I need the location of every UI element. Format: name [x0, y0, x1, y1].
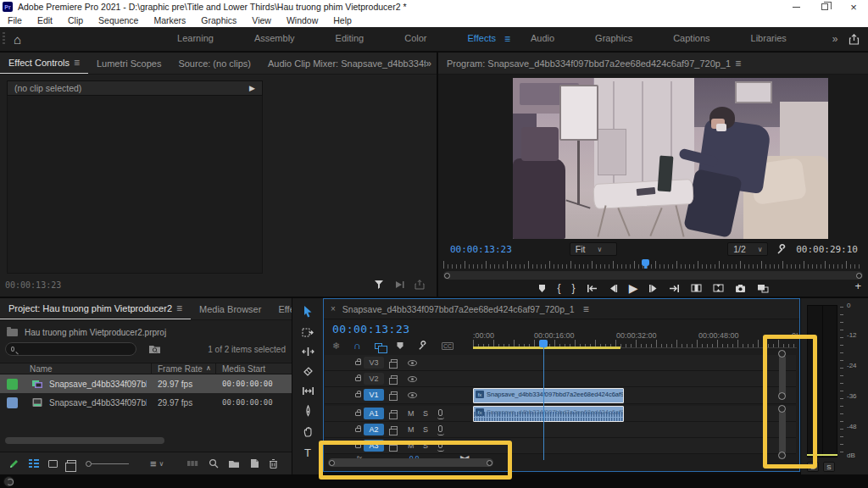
- nested-sequence-icon[interactable]: ❄: [332, 341, 340, 352]
- mute-button[interactable]: M: [408, 409, 415, 418]
- solo-button[interactable]: S: [423, 425, 428, 434]
- sync-lock-icon[interactable]: [391, 410, 398, 416]
- list-view-icon[interactable]: [29, 459, 39, 468]
- effect-controls-timecode[interactable]: 00:00:13:23: [5, 280, 61, 290]
- workspace-tab-graphics[interactable]: Graphics: [575, 33, 653, 45]
- program-time-ruler[interactable]: [443, 259, 863, 269]
- tab-source-monitor[interactable]: Source: (no clips): [170, 53, 259, 75]
- track-target-v3[interactable]: V3: [364, 357, 384, 369]
- menu-markers[interactable]: Markers: [146, 15, 193, 25]
- export-frame-icon[interactable]: [735, 284, 746, 293]
- panel-overflow-icon[interactable]: »: [426, 58, 437, 69]
- scrollbar-handle[interactable]: [778, 392, 786, 400]
- add-marker-icon[interactable]: [537, 284, 547, 293]
- writable-pencil-icon[interactable]: [8, 458, 19, 469]
- workspace-tab-color[interactable]: Color: [384, 33, 447, 45]
- workspace-tab-learning[interactable]: Learning: [157, 33, 234, 45]
- workspace-tab-editing[interactable]: Editing: [315, 33, 385, 45]
- sync-lock-icon[interactable]: [391, 391, 398, 397]
- column-divider[interactable]: [215, 363, 216, 375]
- button-editor-plus-icon[interactable]: +: [854, 280, 861, 292]
- scrollbar-handle-right[interactable]: [856, 273, 862, 279]
- scrollbar-handle-left[interactable]: [329, 460, 335, 466]
- tab-audio-clip-mixer[interactable]: Audio Clip Mixer: Snapsave_d4bb334f097bb…: [259, 53, 426, 75]
- toggle-track-output-eye-icon[interactable]: [408, 392, 417, 398]
- project-breadcrumb[interactable]: Hau truong phim Vietproducer2.prproj: [0, 325, 292, 339]
- track-target-v1[interactable]: V1: [364, 389, 384, 401]
- track-target-a3[interactable]: A3: [364, 440, 384, 452]
- close-button[interactable]: ×: [839, 0, 868, 14]
- track-select-forward-tool[interactable]: [302, 328, 314, 337]
- lift-icon[interactable]: [691, 283, 702, 293]
- sort-icon[interactable]: ≡∨: [150, 458, 164, 470]
- scrollbar-handle[interactable]: [778, 405, 786, 413]
- timeline-horizontal-scrollbar[interactable]: [328, 458, 493, 467]
- video-clip-v1[interactable]: fx Snapsave_d4bb334f097bbd7a2ee68ed424c6…: [473, 388, 624, 403]
- menu-clip[interactable]: Clip: [60, 15, 91, 25]
- workspace-tab-audio[interactable]: Audio: [510, 33, 575, 45]
- audio-clip-a1[interactable]: fx Snapsave_d4bb334f097bbd7a2ee68ed424c6…: [473, 406, 624, 422]
- menu-sequence[interactable]: Sequence: [91, 15, 146, 25]
- sync-lock-icon[interactable]: [391, 359, 398, 365]
- toggle-track-output-eye-icon[interactable]: [408, 376, 417, 382]
- label-color-chip[interactable]: [7, 397, 18, 408]
- extract-icon[interactable]: [713, 283, 724, 293]
- tab-program-monitor[interactable]: Program: Snapsave_d4bb334f097bbd7a2ee68e…: [438, 53, 749, 75]
- program-playhead[interactable]: [642, 259, 649, 266]
- sync-lock-icon[interactable]: [391, 442, 398, 448]
- mute-button[interactable]: M: [408, 441, 415, 450]
- mute-button[interactable]: M: [408, 425, 415, 434]
- search-bin-icon[interactable]: [148, 344, 161, 354]
- column-name[interactable]: Name: [30, 364, 53, 374]
- go-to-in-icon[interactable]: [587, 284, 598, 293]
- tab-media-browser[interactable]: Media Browser: [191, 298, 270, 320]
- lock-icon[interactable]: [355, 428, 361, 432]
- column-media-start[interactable]: Media Start: [222, 364, 265, 374]
- solo-button[interactable]: S: [423, 441, 428, 450]
- workspace-tab-captions[interactable]: Captions: [653, 33, 730, 45]
- sync-lock-icon[interactable]: [391, 426, 398, 432]
- work-area-bar[interactable]: [473, 347, 620, 349]
- scrollbar-handle-left[interactable]: [444, 273, 450, 279]
- track-target-a1[interactable]: A1: [364, 408, 384, 419]
- tab-effect-controls[interactable]: Effect Controls ≡: [0, 53, 88, 75]
- solo-right-button[interactable]: S: [823, 462, 835, 472]
- zoom-level-dropdown[interactable]: Fit ∨: [570, 242, 617, 256]
- razor-tool[interactable]: [303, 366, 314, 377]
- program-panel-menu-icon[interactable]: ≡: [735, 58, 741, 69]
- menu-window[interactable]: Window: [279, 15, 326, 25]
- close-sequence-icon[interactable]: ×: [331, 304, 336, 313]
- panel-menu-icon[interactable]: ≡: [74, 57, 80, 69]
- label-color-chip[interactable]: [7, 379, 18, 390]
- solo-button[interactable]: S: [423, 409, 428, 418]
- video-tracks-scrollbar[interactable]: [779, 355, 786, 397]
- minimize-button[interactable]: [782, 0, 810, 14]
- delete-trash-icon[interactable]: [269, 458, 278, 469]
- ripple-edit-tool[interactable]: [302, 347, 314, 357]
- scrollbar-handle[interactable]: [778, 350, 786, 358]
- timeline-panel-menu-icon[interactable]: ≡: [583, 303, 589, 315]
- go-to-out-icon[interactable]: [669, 284, 680, 293]
- snap-magnet-icon[interactable]: ∩: [353, 340, 361, 352]
- share-icon[interactable]: [849, 34, 860, 45]
- step-back-icon[interactable]: [609, 284, 618, 293]
- pen-tool[interactable]: [303, 405, 313, 417]
- lock-icon[interactable]: [355, 393, 361, 397]
- restore-button[interactable]: [810, 0, 839, 14]
- tab-effects-browser[interactable]: Effects: [270, 298, 292, 320]
- comparison-view-icon[interactable]: [757, 284, 769, 293]
- selection-tool[interactable]: [302, 305, 314, 319]
- new-bin-icon[interactable]: [228, 459, 240, 469]
- scrollbar-handle[interactable]: [778, 452, 786, 459]
- sync-lock-icon[interactable]: [391, 375, 398, 381]
- lock-icon[interactable]: [355, 377, 361, 381]
- slip-tool[interactable]: [302, 386, 314, 396]
- workspace-tab-libraries[interactable]: Libraries: [731, 33, 807, 45]
- play-in-to-out-icon[interactable]: [394, 280, 404, 290]
- tab-project[interactable]: Project: Hau truong phim Vietproducer2 ≡: [0, 298, 191, 320]
- sequence-tab-label[interactable]: Snapsave_d4bb334f097bbd7a2ee68ed424c6af9…: [342, 304, 575, 314]
- creative-cloud-icon[interactable]: [3, 476, 14, 487]
- menu-file[interactable]: File: [0, 15, 30, 25]
- mark-in-icon[interactable]: {: [558, 282, 561, 294]
- filter-icon[interactable]: [374, 280, 384, 290]
